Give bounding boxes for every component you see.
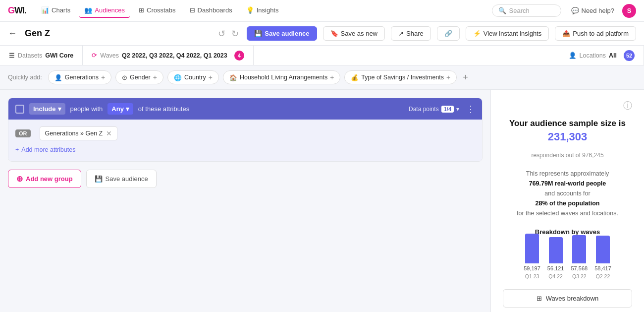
nav-crosstabs[interactable]: ⊞ Crosstabs <box>134 3 181 18</box>
audiences-icon: 👥 <box>84 6 92 14</box>
quickadd-generations[interactable]: 👤 Generations + <box>48 70 111 84</box>
share-button[interactable]: ↗ Share <box>391 26 431 41</box>
generations-icon: 👤 <box>54 74 62 81</box>
bar-value: 58,417 <box>594 265 611 271</box>
save-as-new-button[interactable]: 🔖 Save as new <box>323 26 385 41</box>
bar <box>572 235 586 263</box>
data-points-badge: 1/4 <box>441 106 454 113</box>
save-icon: 💾 <box>254 30 262 37</box>
any-dropdown[interactable]: Any ▾ <box>107 103 133 115</box>
top-navigation: GWI. 📊 Charts 👥 Audiences ⊞ Crosstabs ⊟ … <box>0 0 644 22</box>
view-insights-button[interactable]: ⚡ View instant insights <box>466 26 549 41</box>
bar-column: 58,417Q2 22 <box>594 236 611 279</box>
nav-charts[interactable]: 📊 Charts <box>36 3 75 18</box>
any-chevron-icon: ▾ <box>126 105 129 113</box>
bar-column: 56,121Q4 22 <box>547 237 564 279</box>
help-icon: 💬 <box>571 7 579 14</box>
save-new-icon: 🔖 <box>330 30 338 37</box>
data-points[interactable]: Data points 1/4 ▾ <box>409 106 459 113</box>
bar-label: Q1 23 <box>525 273 539 279</box>
bar-value: 57,568 <box>571 265 588 271</box>
quickadd-label: Quickly add: <box>8 74 42 81</box>
save-audience-action-button[interactable]: 💾 Save audience <box>86 170 157 188</box>
back-button[interactable]: ← <box>8 28 17 39</box>
undo-redo: ↺ ↻ <box>216 27 241 40</box>
quickadd-gender[interactable]: ⊙ Gender + <box>115 70 163 84</box>
bar <box>596 236 610 263</box>
locations-badge: 52 <box>624 50 635 61</box>
represents-text: This represents approximately 769.79M re… <box>503 169 632 218</box>
locations-icon: 👤 <box>569 52 577 59</box>
table-icon: ⊞ <box>537 295 542 302</box>
savings-icon: 💰 <box>351 74 359 81</box>
add-attributes-button[interactable]: + Add more attributes <box>15 145 475 154</box>
bar-label: Q3 22 <box>572 273 587 279</box>
redo-button[interactable]: ↻ <box>229 27 241 40</box>
quickadd-savings[interactable]: 💰 Type of Savings / Investments + <box>344 70 457 84</box>
toolbar: ← Gen Z ↺ ↻ 💾 Save audience 🔖 Save as ne… <box>0 22 644 46</box>
attribute-row: OR Generations » Gen Z ✕ <box>15 126 475 140</box>
add-new-group-button[interactable]: ⊕ Add new group <box>8 170 81 188</box>
link-icon: 🔗 <box>444 30 452 37</box>
need-help-button[interactable]: 💬 Need help? <box>571 7 615 14</box>
bar-value: 59,197 <box>524 265 540 271</box>
push-to-ad-button[interactable]: 📤 Push to ad platform <box>555 26 636 41</box>
charts-icon: 📊 <box>41 6 49 14</box>
respondents-text: respondents out of 976,245 <box>503 152 632 159</box>
share-icon: ↗ <box>398 30 404 37</box>
nav-audiences[interactable]: 👥 Audiences <box>79 3 130 18</box>
country-icon: 🌐 <box>174 74 182 81</box>
main-content: Include ▾ people with Any ▾ of these att… <box>0 90 644 312</box>
audience-builder: Include ▾ people with Any ▾ of these att… <box>0 90 490 312</box>
bar <box>525 234 539 263</box>
remove-attribute-button[interactable]: ✕ <box>106 129 112 137</box>
user-avatar[interactable]: S <box>622 4 636 18</box>
bar-label: Q2 22 <box>596 273 610 279</box>
bar-column: 59,197Q1 23 <box>524 234 540 279</box>
attribute-tag: Generations » Gen Z ✕ <box>40 126 118 140</box>
push-icon: 📤 <box>562 30 570 37</box>
include-chevron-icon: ▾ <box>58 105 61 113</box>
group-container: Include ▾ people with Any ▾ of these att… <box>8 98 483 162</box>
bar-label: Q4 22 <box>548 273 563 279</box>
more-quickadd-button[interactable]: + <box>463 72 468 83</box>
search-bar[interactable]: 🔍 Search <box>492 4 561 17</box>
more-options-button[interactable]: ⋮ <box>466 104 475 115</box>
group-header: Include ▾ people with Any ▾ of these att… <box>8 98 482 120</box>
include-dropdown[interactable]: Include ▾ <box>29 103 65 115</box>
locations-item[interactable]: 👤 Locations All 52 <box>560 46 644 65</box>
nav-dashboards[interactable]: ⊟ Dashboards <box>185 3 237 18</box>
quickadd-household[interactable]: 🏠 Household Living Arrangements + <box>223 70 340 84</box>
quickadd-country[interactable]: 🌐 Country + <box>167 70 219 84</box>
logo: GWI. <box>8 5 26 16</box>
waves-breakdown-button[interactable]: ⊞ Waves breakdown <box>503 289 632 308</box>
save-audience-button[interactable]: 💾 Save audience <box>247 26 317 41</box>
quickadd-bar: Quickly add: 👤 Generations + ⊙ Gender + … <box>0 65 644 90</box>
page-title: Gen Z <box>25 28 210 39</box>
link-button[interactable]: 🔗 <box>437 26 460 41</box>
gender-icon: ⊙ <box>122 74 127 81</box>
datasets-icon: ☰ <box>9 52 15 59</box>
search-icon: 🔍 <box>498 7 506 14</box>
insights-btn-icon: ⚡ <box>473 30 481 37</box>
insights-icon: 💡 <box>246 6 254 14</box>
group-body: OR Generations » Gen Z ✕ + Add more attr… <box>8 120 482 161</box>
dataset-bar: ☰ Datasets GWI Core ⟳ Waves Q2 2022, Q3 … <box>0 46 644 65</box>
waves-item[interactable]: ⟳ Waves Q2 2022, Q3 2022, Q4 2022, Q1 20… <box>83 46 253 65</box>
info-icon[interactable]: ⓘ <box>623 100 632 112</box>
dashboards-icon: ⊟ <box>190 6 195 14</box>
or-tag: OR <box>15 129 31 137</box>
datasets-item[interactable]: ☰ Datasets GWI Core <box>0 46 83 65</box>
nav-insights[interactable]: 💡 Insights <box>241 3 284 18</box>
crosstabs-icon: ⊞ <box>139 6 144 14</box>
right-panel: ⓘ Your audience sample size is 231,303 r… <box>490 90 644 312</box>
data-points-chevron-icon: ▾ <box>456 106 459 113</box>
bar-chart: 59,197Q1 2356,121Q4 2257,568Q3 2258,417Q… <box>503 245 632 279</box>
builder-actions: ⊕ Add new group 💾 Save audience <box>8 170 483 188</box>
undo-button[interactable]: ↺ <box>216 27 227 40</box>
household-icon: 🏠 <box>229 74 237 81</box>
group-checkbox[interactable] <box>15 105 24 114</box>
add-icon: + <box>15 146 19 153</box>
bar <box>549 237 563 263</box>
bar-value: 56,121 <box>547 265 564 271</box>
